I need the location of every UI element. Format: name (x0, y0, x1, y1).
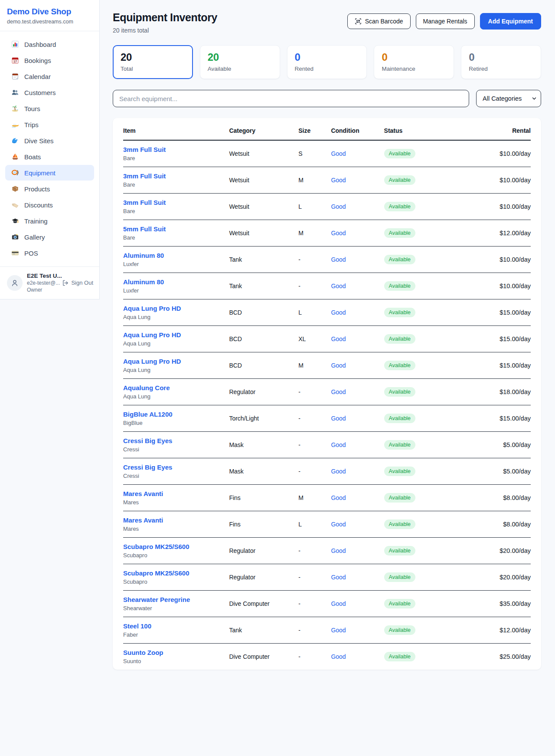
item-condition-link[interactable]: Good (331, 335, 346, 342)
sidebar-item-training[interactable]: Training (5, 213, 94, 229)
status-badge: Available (384, 308, 416, 317)
item-name-link[interactable]: 3mm Full Suit (123, 199, 166, 206)
item-condition-link[interactable]: Good (331, 494, 346, 501)
item-name-link[interactable]: 3mm Full Suit (123, 172, 166, 180)
item-name-link[interactable]: Suunto Zoop (123, 649, 163, 656)
manage-rentals-button[interactable]: Manage Rentals (416, 13, 475, 29)
sidebar-item-pos[interactable]: POS (5, 245, 94, 261)
item-brand: BigBlue (123, 420, 229, 426)
stat-card-maintenance[interactable]: 0 Maintenance (374, 45, 454, 79)
avatar (7, 275, 23, 291)
item-brand: Mares (123, 526, 229, 532)
sidebar-item-dive-sites[interactable]: Dive Sites (5, 133, 94, 148)
item-condition-link[interactable]: Good (331, 388, 346, 395)
item-condition-link[interactable]: Good (331, 309, 346, 316)
item-name-link[interactable]: Aluminum 80 (123, 252, 164, 259)
sidebar-item-trips[interactable]: Trips (5, 117, 94, 132)
sidebar-item-dashboard[interactable]: Dashboard (5, 36, 94, 52)
item-condition-link[interactable]: Good (331, 468, 346, 475)
item-condition-link[interactable]: Good (331, 203, 346, 210)
item-size: - (298, 591, 331, 617)
item-condition-link[interactable]: Good (331, 177, 346, 184)
table-row: 5mm Full Suit Bare Wetsuit M Good Availa… (123, 220, 531, 247)
item-condition-link[interactable]: Good (331, 283, 346, 289)
sidebar-item-bookings[interactable]: 17 Bookings (5, 53, 94, 68)
item-category: Wetsuit (229, 220, 298, 247)
item-size: M (298, 167, 331, 194)
item-name-link[interactable]: Mares Avanti (123, 516, 163, 524)
column-header-status: Status (384, 119, 470, 140)
stat-card-retired[interactable]: 0 Retired (461, 45, 541, 79)
item-condition-link[interactable]: Good (331, 441, 346, 448)
item-name-link[interactable]: Aluminum 80 (123, 278, 164, 286)
item-name-link[interactable]: BigBlue AL1200 (123, 411, 173, 418)
item-name-link[interactable]: Scubapro MK25/S600 (123, 543, 189, 550)
item-condition-link[interactable]: Good (331, 256, 346, 263)
sidebar-item-label: Gallery (24, 233, 45, 241)
item-name-link[interactable]: Aqualung Core (123, 384, 170, 391)
item-brand: Luxfer (123, 261, 229, 267)
item-name-link[interactable]: 3mm Full Suit (123, 146, 166, 153)
item-name-link[interactable]: Aqua Lung Pro HD (123, 358, 181, 365)
customers-icon (11, 89, 19, 96)
sidebar-item-customers[interactable]: Customers (5, 85, 94, 100)
item-condition-link[interactable]: Good (331, 600, 346, 607)
bar-chart-icon (11, 40, 19, 48)
sidebar-item-boats[interactable]: Boats (5, 149, 94, 164)
item-condition-link[interactable]: Good (331, 362, 346, 369)
search-input[interactable] (113, 90, 469, 107)
sidebar-item-equipment[interactable]: Equipment (5, 165, 94, 181)
item-size: - (298, 379, 331, 405)
table-row: Cressi Big Eyes Cressi Mask - Good Avail… (123, 432, 531, 458)
column-header-item: Item (123, 119, 229, 140)
item-name-link[interactable]: Shearwater Peregrine (123, 596, 190, 603)
sidebar-item-calendar[interactable]: Calendar (5, 69, 94, 84)
camera-icon (11, 233, 19, 241)
item-condition-link[interactable]: Good (331, 653, 346, 660)
item-condition-link[interactable]: Good (331, 150, 346, 157)
item-name-link[interactable]: Aqua Lung Pro HD (123, 305, 181, 312)
item-rental-rate: $15.00/day (470, 405, 531, 432)
column-header-condition: Condition (331, 119, 384, 140)
sidebar-item-gallery[interactable]: Gallery (5, 229, 94, 245)
item-condition-link[interactable]: Good (331, 521, 346, 528)
user-meta: E2E Test U... e2e-tester@... Owner (27, 273, 58, 293)
add-equipment-button[interactable]: Add Equipment (480, 13, 541, 30)
sidebar-item-label: Trips (24, 121, 39, 128)
item-category: Regulator (229, 564, 298, 591)
status-badge: Available (384, 149, 416, 158)
item-name-link[interactable]: 5mm Full Suit (123, 225, 166, 233)
item-name-link[interactable]: Cressi Big Eyes (123, 463, 172, 471)
stat-value: 20 (208, 51, 272, 63)
sign-out-button[interactable]: Sign Out (62, 279, 93, 286)
item-brand: Luxfer (123, 287, 229, 294)
item-category: Tank (229, 273, 298, 299)
table-row: 3mm Full Suit Bare Wetsuit M Good Availa… (123, 167, 531, 194)
status-badge: Available (384, 361, 416, 370)
stat-card-total[interactable]: 20 Total (113, 45, 193, 79)
item-condition-link[interactable]: Good (331, 574, 346, 581)
stat-card-available[interactable]: 20 Available (200, 45, 280, 79)
item-condition-link[interactable]: Good (331, 547, 346, 554)
item-condition-link[interactable]: Good (331, 415, 346, 422)
item-brand: Cressi (123, 473, 229, 479)
sidebar-item-discounts[interactable]: Discounts (5, 197, 94, 213)
item-name-link[interactable]: Mares Avanti (123, 490, 163, 497)
manage-rentals-label: Manage Rentals (423, 18, 467, 25)
item-name-link[interactable]: Steel 100 (123, 622, 151, 630)
item-name-link[interactable]: Cressi Big Eyes (123, 437, 172, 444)
sidebar-item-products[interactable]: Products (5, 181, 94, 197)
item-condition-link[interactable]: Good (331, 627, 346, 634)
item-condition-link[interactable]: Good (331, 230, 346, 237)
item-name-link[interactable]: Scubapro MK25/S600 (123, 569, 189, 577)
column-header-category: Category (229, 119, 298, 140)
scan-barcode-button[interactable]: Scan Barcode (347, 13, 411, 29)
sidebar-item-tours[interactable]: Tours (5, 101, 94, 116)
table-row: 3mm Full Suit Bare Wetsuit S Good Availa… (123, 140, 531, 167)
stat-card-rented[interactable]: 0 Rented (287, 45, 367, 79)
item-name-link[interactable]: Aqua Lung Pro HD (123, 331, 181, 339)
category-filter[interactable]: All Categories (476, 90, 541, 107)
item-category: Regulator (229, 379, 298, 405)
bookings-calendar-icon: 17 (11, 56, 19, 64)
page-title: Equipment Inventory (113, 11, 217, 24)
